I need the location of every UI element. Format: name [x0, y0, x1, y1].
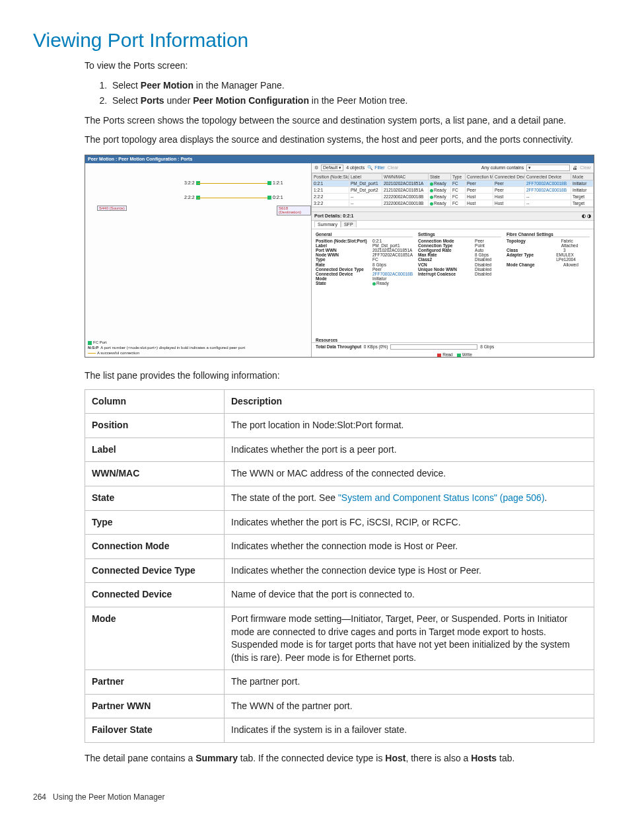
- step-2-b1: Ports: [141, 95, 164, 106]
- legend-nsp-text: A port number (<node:slot:port>) display…: [100, 346, 245, 350]
- outro-para: The detail pane contains a Summary tab. …: [85, 752, 597, 765]
- info-row: WWN/MACThe WWN or MAC address of the con…: [85, 462, 594, 486]
- rw-legend: ReadWrite: [312, 351, 594, 358]
- kv-row: Connected Device TypePeer: [316, 267, 413, 272]
- list-intro: The list pane provides the following inf…: [85, 369, 597, 383]
- kv-row: Connection TypePoint: [418, 243, 501, 248]
- write-label: Write: [462, 352, 472, 357]
- col-state[interactable]: State: [429, 173, 451, 180]
- kv-row: Rate8 Gbps: [316, 262, 413, 267]
- table-row[interactable]: 1:2:1PM_Dst_port221210202AC01851AReadyFC…: [312, 186, 594, 193]
- step-2-mid: under: [164, 95, 193, 106]
- info-row: Failover StateIndicates if the system is…: [85, 718, 594, 743]
- info-row: PartnerThe partner port.: [85, 670, 594, 695]
- outro-mid: tab. If the connected device type is: [238, 753, 385, 763]
- throughput-max: 8 Gbps: [480, 344, 494, 349]
- grid-scrollbar[interactable]: [312, 207, 594, 211]
- col-type[interactable]: Type: [451, 173, 466, 180]
- info-th-column: Column: [85, 389, 225, 414]
- detail-title: Port Details: 0:2:1: [314, 213, 354, 219]
- col-mode[interactable]: Mode: [571, 173, 594, 180]
- detail-general: General Position (Node:Slot:Port)0:2:1La…: [316, 232, 413, 335]
- step-1: Select Peer Motion in the Manager Pane.: [110, 79, 597, 93]
- clear-link[interactable]: Clear: [388, 165, 399, 171]
- detail-settings: Settings Connection ModePeerConnection T…: [418, 232, 501, 335]
- resources-title: Resources: [312, 338, 594, 342]
- kv-row: Class3: [507, 248, 590, 252]
- step-2-b2: Peer Motion Configuration: [193, 95, 309, 106]
- view-select[interactable]: Default ▾: [321, 165, 343, 171]
- info-row: Partner WWNThe WWN of the partner port.: [85, 694, 594, 718]
- kv-row: ModeInitiator: [316, 276, 413, 281]
- info-row: Connection ModeIndicates whether the con…: [85, 535, 594, 559]
- page-number: 264: [33, 792, 46, 802]
- topo-dest-system[interactable]: S618 (Destination): [277, 206, 311, 215]
- topo-source-system[interactable]: S440 (Source): [97, 206, 127, 211]
- search-input[interactable]: ▾: [526, 165, 570, 171]
- kv-row: TypeFC: [316, 257, 413, 262]
- gear-icon[interactable]: ⚙: [314, 165, 318, 171]
- page-heading: Viewing Port Information: [33, 26, 597, 54]
- topo-port-right-2[interactable]: 0:2:1: [267, 195, 283, 200]
- para-1: The Ports screen shows the topology betw…: [85, 114, 597, 128]
- col-cd[interactable]: Connected Device: [525, 173, 571, 180]
- kv-row: Connected Device2FF70002AC00018B: [316, 272, 413, 276]
- kv-row: Configured RateAuto: [418, 248, 501, 252]
- print-icon[interactable]: 🖨: [573, 165, 577, 171]
- tab-summary[interactable]: Summary: [314, 221, 341, 227]
- info-th-desc: Description: [225, 389, 594, 414]
- col-cdt[interactable]: Connected Device Type: [493, 173, 525, 180]
- kv-row: Port WWN20210202AC01851A: [316, 248, 413, 252]
- intro-text: To view the Ports screen:: [85, 59, 597, 73]
- doc-link[interactable]: "System and Component Status Icons" (pag…: [338, 492, 545, 503]
- col-connmode[interactable]: Connection Mode: [466, 173, 493, 180]
- ports-screenshot: Peer Motion : Peer Motion Configuration …: [85, 155, 594, 358]
- table-row[interactable]: 0:2:1PM_Dst_port120210202AC01851AReadyFC…: [312, 180, 594, 186]
- topo-port-right-1[interactable]: 1:2:1: [267, 180, 283, 186]
- step-1-post: in the Manager Pane.: [193, 80, 285, 91]
- window-titlebar: Peer Motion : Peer Motion Configuration …: [85, 155, 594, 163]
- outro-mid2: , there is also a: [405, 753, 471, 763]
- kv-row: Unique Node WWNDisabled: [418, 267, 501, 272]
- para-2: The port topology area displays the sour…: [85, 134, 597, 147]
- kv-row: TopologyFabric Attached: [507, 239, 590, 248]
- topo-conn-1: [197, 183, 267, 184]
- columns-table: Column Description PositionThe port loca…: [85, 389, 594, 744]
- page-footer: 264 Using the Peer Motion Manager: [33, 792, 597, 803]
- footer-text: Using the Peer Motion Manager: [53, 792, 164, 802]
- topo-conn-2: [197, 198, 267, 198]
- kv-row: Position (Node:Slot:Port)0:2:1: [316, 239, 413, 243]
- info-row: PositionThe port location in Node:Slot:P…: [85, 414, 594, 438]
- filter-link[interactable]: 🔍 Filter: [367, 165, 385, 171]
- grid-header-row[interactable]: Position (Node:Slot:Port) Label WWN/MAC …: [312, 173, 594, 180]
- kv-row: Interrupt CoalesceDisabled: [418, 272, 501, 276]
- info-row: Connected Device TypeIndicates whether t…: [85, 558, 594, 583]
- table-row[interactable]: 2:2:2--22220002AC00018BReadyFCHostHost--…: [312, 194, 594, 200]
- kv-row: Connection ModePeer: [418, 239, 501, 243]
- col-label[interactable]: Label: [349, 173, 382, 180]
- tab-sfp[interactable]: SFP: [341, 221, 357, 227]
- info-row: TypeIndicates whether the port is FC, iS…: [85, 510, 594, 535]
- kv-row: StateReady: [316, 281, 413, 286]
- outro-post: tab.: [497, 753, 514, 763]
- kv-row: Max Rate8 Gbps: [418, 252, 501, 257]
- general-title: General: [316, 232, 413, 237]
- detail-tabs: SummarySFP: [312, 221, 594, 229]
- outro-b1: Summary: [195, 753, 238, 763]
- col-position[interactable]: Position (Node:Slot:Port): [312, 173, 349, 180]
- legend-success-conn: A successful connection: [97, 351, 139, 355]
- outro-pre: The detail pane contains a: [85, 753, 195, 763]
- col-wwn[interactable]: WWN/MAC: [382, 173, 429, 180]
- legend-nsp-label: N:S:P: [88, 346, 98, 350]
- detail-header: Port Details: 0:2:1 ◐ ◑: [312, 211, 594, 221]
- detail-icons[interactable]: ◐ ◑: [582, 213, 591, 219]
- toolbar-clear[interactable]: Clear: [580, 165, 591, 171]
- kv-row: Mode ChangeAllowed: [507, 262, 590, 267]
- table-row[interactable]: 3:2:2--23220002AC00018BReadyFCHostHost--…: [312, 200, 594, 207]
- info-row: StateThe state of the port. See "System …: [85, 486, 594, 510]
- ports-grid[interactable]: Position (Node:Slot:Port) Label WWN/MAC …: [312, 173, 594, 208]
- step-1-bold: Peer Motion: [141, 80, 193, 91]
- legend-fc-port: FC Port: [93, 340, 107, 344]
- info-row: ModePort firmware mode setting—Initiator…: [85, 607, 594, 669]
- read-label: Read: [442, 352, 453, 357]
